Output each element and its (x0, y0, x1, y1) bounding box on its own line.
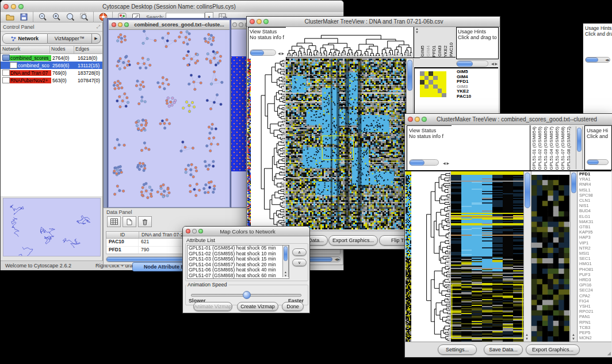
delete-attribute-trash-icon[interactable] (138, 216, 152, 227)
attribute-listbox[interactable]: GPL51-01 (GSM854) heat shock 05 minGPL51… (187, 245, 289, 279)
close-button[interactable] (250, 19, 255, 24)
gene-label[interactable]: PHO81 (579, 267, 611, 272)
gene-label[interactable]: PEP5 (579, 330, 611, 335)
attribute-list-item[interactable]: GPL51-04 (GSM857) heat shock 20 min (189, 262, 289, 268)
attribute-list-item[interactable]: GPL51-02 (GSM855) heat shock 10 min (189, 251, 289, 257)
gene-label[interactable]: FIG4 (579, 298, 611, 304)
slider-thumb[interactable] (243, 291, 251, 299)
new-attribute-icon[interactable] (123, 216, 136, 227)
gene-label[interactable]: PAN1 (579, 314, 611, 319)
network-graph-view[interactable] (109, 30, 227, 206)
gene-label[interactable]: VIP1 (579, 240, 611, 246)
move-attribute-up-button[interactable]: ∧ (292, 248, 307, 256)
close-button[interactable] (112, 22, 116, 27)
column-dendrogram-a[interactable] (286, 27, 414, 58)
minimize-button[interactable] (192, 229, 197, 233)
network-window-title-bar[interactable]: combined_scores_good.txt--cluste... (109, 20, 230, 30)
birdseye-overview[interactable] (3, 198, 101, 256)
create-vizmap-button[interactable]: Create Vizmap (237, 302, 278, 311)
zoom-in-icon[interactable] (49, 11, 63, 24)
gene-label[interactable]: RPO21 (579, 309, 611, 314)
gene-label[interactable]: MSL1 (579, 187, 611, 193)
dp-header-id[interactable]: ID (106, 232, 139, 238)
move-attribute-down-button[interactable]: ∨ (292, 259, 307, 266)
close-button[interactable] (408, 117, 413, 122)
zoom-out-icon[interactable] (36, 11, 49, 24)
gene-label[interactable]: BUD4 (579, 208, 611, 213)
close-button[interactable] (3, 4, 9, 9)
gene-label[interactable]: RPN1 (579, 320, 611, 325)
gene-label[interactable]: GTB1 (579, 224, 611, 229)
gene-label[interactable]: KAP95 (579, 229, 611, 235)
heatmap-main-a[interactable] (286, 59, 406, 229)
minimize-button[interactable] (257, 19, 262, 24)
gene-label[interactable]: CLN1 (579, 198, 611, 203)
gene-label[interactable]: MAK31 (579, 219, 611, 224)
row-dendrogram-b[interactable] (411, 171, 451, 342)
network-table-row[interactable]: RNAPuberNov2+563(0)107847(0) (1, 76, 102, 84)
gene-label[interactable]: GPI16 (579, 282, 611, 288)
attribute-list-item[interactable]: GPL51-01 (GSM854) heat shock 05 min (189, 246, 289, 251)
zoom-fit-icon[interactable] (63, 11, 77, 24)
animate-vizmap-button[interactable]: Animate Vizmap (193, 302, 232, 311)
attribute-list-item[interactable]: GPL51-06 (GSM865) heat shock 40 min (189, 267, 289, 273)
treeview-b-title-bar[interactable]: ClusterMaker TreeView : combined_scores_… (405, 114, 612, 125)
zoom-button[interactable] (198, 229, 203, 233)
tab-network[interactable]: Network (2, 33, 48, 44)
usage-hints-scrollbar-b[interactable] (587, 159, 609, 165)
gene-label[interactable]: SEC1 (579, 256, 611, 261)
treeview-button-settings[interactable]: Settings... (438, 344, 477, 355)
tab-vizmapper[interactable]: VizMapper™ (48, 33, 93, 44)
gene-label[interactable]: HAP3 (579, 235, 611, 240)
gene-label[interactable]: HMG1 (579, 261, 611, 266)
attribute-list-item[interactable]: GPL51-03 (GSM856) heat shock 15 min (189, 256, 289, 262)
gene-label[interactable]: SEC24 (579, 288, 611, 293)
column-dendrogram-b[interactable] (452, 125, 530, 170)
mini-heatmap-matrix[interactable] (420, 71, 446, 97)
gene-label[interactable]: PFD1 (579, 171, 611, 177)
close-button[interactable] (186, 229, 190, 233)
gene-label[interactable]: YRA1 (579, 177, 611, 182)
gene-label[interactable]: PUF3 (579, 272, 611, 277)
minimize-button[interactable] (11, 4, 16, 9)
gene-label[interactable]: YSH1 (579, 304, 611, 309)
zoom-button[interactable] (18, 4, 24, 9)
gene-label[interactable]: SPC98 (579, 193, 611, 198)
dialog-title-bar[interactable]: Map Colors to Network (183, 227, 309, 236)
open-folder-icon[interactable] (3, 11, 17, 24)
column-labels-scrollbar-b[interactable] (576, 127, 583, 169)
gene-label[interactable]: NTR2 (579, 246, 611, 251)
attribute-list-item[interactable]: GPL51-07 (GSM868) heat shock 60 min (189, 273, 289, 279)
treeview-a-title-bar[interactable]: ClusterMaker TreeView : DNA and Tran 07-… (247, 17, 500, 27)
dense-network-grid-view[interactable] (230, 56, 248, 171)
save-icon[interactable] (17, 11, 30, 24)
gene-label[interactable]: CPA2 (579, 293, 611, 298)
gene-label[interactable]: MSI1 (579, 251, 611, 256)
row-dendrogram-a[interactable] (251, 59, 286, 229)
network-table-row[interactable]: combined_scores_2764(0)16218(0) (1, 54, 102, 62)
minimize-button[interactable] (118, 22, 123, 27)
tab-overflow-button[interactable]: ▶ (92, 33, 101, 44)
close-button[interactable] (232, 22, 237, 27)
label-scroll-strip[interactable]: ▲▼ (414, 27, 420, 58)
gene-label[interactable]: ELG1 (579, 214, 611, 219)
done-button[interactable]: Done (282, 302, 304, 311)
gene-label-list[interactable]: PFD1YRA1RNR4MSL1SPC98CLN1NIS1BUD4ELG1MAK… (578, 171, 611, 342)
float-panel-icon[interactable]: ⤢ (97, 24, 100, 30)
treeview-button-save-data[interactable]: Save Data... (484, 344, 523, 355)
zoom-b-vscrollbar[interactable]: ▲▼ (570, 171, 577, 342)
minimize-button[interactable] (415, 117, 420, 122)
heatmap-b-vscrollbar[interactable]: ▲▼ (523, 171, 531, 342)
view-status-scrollbar[interactable]: ◀ ▶ (250, 49, 284, 56)
gene-label[interactable]: NIS1 (579, 203, 611, 208)
treeview-button-export-graphics[interactable]: Export Graphics... (526, 344, 580, 355)
zoom-button[interactable] (124, 22, 129, 27)
column-header-nodes[interactable]: Nodes (50, 46, 74, 53)
zoom-selected-icon[interactable] (77, 11, 91, 24)
heatmap-zoom-b[interactable] (531, 175, 569, 342)
minimize-button[interactable] (239, 22, 243, 27)
heatmap-main-b[interactable] (451, 171, 523, 342)
network-table-row[interactable]: DNA and Tran 07769(0)183728(0) (1, 69, 102, 76)
gene-label[interactable]: HRD3 (579, 277, 611, 282)
view-status-scrollbar-b[interactable]: ◀ ▶ (409, 159, 449, 166)
